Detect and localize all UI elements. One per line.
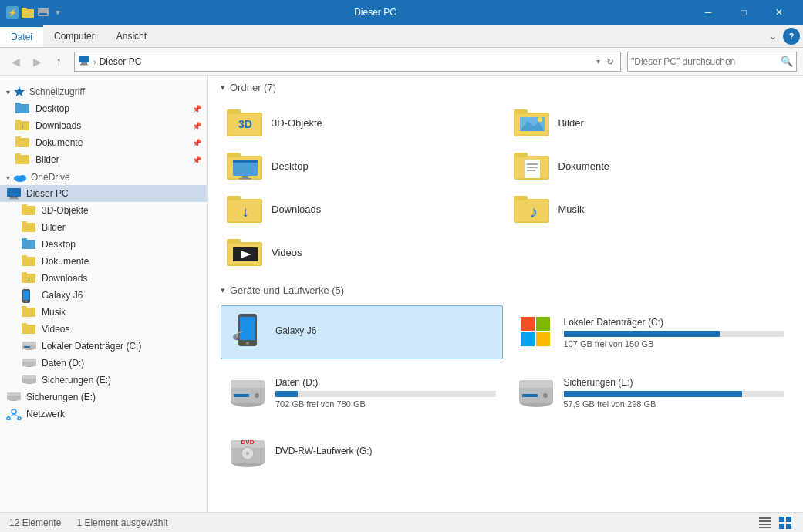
netzwerk-icon <box>6 408 22 420</box>
sidebar-item-downloads-qa[interactable]: ↓ Downloads 📌 <box>0 117 207 134</box>
sidebar-item-netzwerk[interactable]: Netzwerk <box>0 406 207 423</box>
folder-desktop[interactable]: Desktop <box>221 146 504 186</box>
svg-rect-44 <box>24 346 30 348</box>
laufwerk-d-label: Daten (D:) <box>42 358 84 369</box>
musik-label: Musik <box>42 307 66 318</box>
address-bar-pc-icon <box>78 55 90 68</box>
folder-dokumente[interactable]: Dokumente <box>508 146 791 186</box>
quick-access-header[interactable]: ▾ Schnellzugriff <box>0 82 207 100</box>
svg-rect-128 <box>786 524 791 529</box>
minimize-button[interactable]: ─ <box>690 0 726 25</box>
help-button[interactable]: ? <box>783 28 800 45</box>
sidebar-item-dieser-pc[interactable]: Dieser PC <box>0 185 207 202</box>
device-laufwerk-c[interactable]: Lokaler Datenträger (C:) 107 GB frei von… <box>509 305 791 359</box>
sidebar-item-desktop[interactable]: Desktop <box>0 236 207 253</box>
quick-access-icon: ⚡ <box>6 6 19 19</box>
folders-section-header[interactable]: ▾ Ordner (7) <box>221 82 791 93</box>
titlebar-icons: ⚡ ▾ <box>6 6 60 19</box>
sidebar-item-downloads[interactable]: ↓ Downloads <box>0 270 207 287</box>
svg-rect-108 <box>234 394 249 397</box>
ribbon: Datei Computer Ansicht ⌄ ? <box>0 25 803 48</box>
ribbon-expand-btn[interactable]: ⌄ <box>763 31 783 42</box>
laufwerk-d-progress-bg <box>275 391 496 397</box>
folder-bilder-label: Bilder <box>558 117 584 129</box>
sidebar-item-3dobjekte[interactable]: 3D-Objekte <box>0 202 207 219</box>
downloads-folder-icon-sm: ↓ <box>15 120 31 132</box>
tab-ansicht[interactable]: Ansicht <box>106 26 157 46</box>
sicherungen-e-label: Sicherungen (E:) <box>26 392 96 402</box>
back-button[interactable]: ◀ <box>6 52 25 71</box>
forward-button[interactable]: ▶ <box>28 52 46 71</box>
folders-section-arrow: ▾ <box>221 82 225 93</box>
tab-datei[interactable]: Datei <box>0 25 43 47</box>
svg-rect-75 <box>239 178 251 180</box>
folder-videos[interactable]: Videos <box>221 232 504 272</box>
sidebar-item-laufwerk-d[interactable]: Daten (D:) <box>0 355 207 372</box>
onedrive-header[interactable]: ▾ OneDrive <box>0 168 207 185</box>
close-button[interactable]: ✕ <box>761 0 797 25</box>
sicherungen-e-sub-icon <box>22 374 37 386</box>
device-sicherungen-e[interactable]: Sicherungen (E:) 57,9 GB frei von 298 GB <box>509 365 791 419</box>
window-controls: ─ □ ✕ <box>690 0 797 25</box>
svg-line-57 <box>8 414 14 417</box>
folders-section-label: Ordner (7) <box>230 82 276 93</box>
bilder-icon <box>22 221 37 234</box>
sidebar-item-laufwerk-c[interactable]: Lokaler Datenträger (C:) <box>0 338 207 355</box>
sidebar-item-videos[interactable]: Videos <box>0 321 207 338</box>
device-dvd[interactable]: DVD DVD-RW-Laufwerk (G:) <box>221 426 503 480</box>
tab-computer[interactable]: Computer <box>43 26 106 46</box>
folder-downloads[interactable]: ↓ Downloads <box>221 189 504 229</box>
sicherungen-e-info: Sicherungen (E:) 57,9 GB frei von 298 GB <box>564 377 784 409</box>
bilder-label: Bilder <box>42 222 66 233</box>
dokumente-folder-icon-sm <box>15 136 31 149</box>
search-input[interactable] <box>631 56 781 67</box>
svg-rect-124 <box>759 527 771 528</box>
address-dropdown-btn[interactable]: ▾ <box>593 57 603 66</box>
svg-point-68 <box>538 117 542 122</box>
folder-musik-icon: ♪ <box>514 194 551 224</box>
laufwerk-d-device-icon <box>228 372 268 412</box>
svg-rect-125 <box>779 517 784 522</box>
svg-rect-127 <box>779 524 784 529</box>
downloads-label: Downloads <box>42 273 87 284</box>
laufwerk-c-label: Lokaler Datenträger (C:) <box>42 341 141 352</box>
sidebar-item-sicherungen-e-sub[interactable]: Sicherungen (E:) <box>0 372 207 389</box>
svg-rect-6 <box>80 64 88 66</box>
svg-rect-43 <box>22 342 36 345</box>
devices-section-header[interactable]: ▾ Geräte und Laufwerke (5) <box>221 285 791 296</box>
folder-3dobjekte[interactable]: 3D 3D-Objekte <box>221 103 504 143</box>
sidebar-item-galaxy-j6[interactable]: Galaxy J6 <box>0 287 207 304</box>
sidebar-item-musik[interactable]: Musik <box>0 304 207 321</box>
device-galaxy-j6[interactable]: Galaxy J6 <box>221 305 503 359</box>
folder-bilder[interactable]: Bilder <box>508 103 791 143</box>
search-bar[interactable]: 🔍 <box>627 52 797 72</box>
sidebar-item-bilder[interactable]: Bilder <box>0 219 207 236</box>
sidebar-bilder-qa-label: Bilder <box>35 154 59 165</box>
up-button[interactable]: ↑ <box>49 52 68 71</box>
svg-point-19 <box>19 175 26 180</box>
sidebar-item-desktop-qa[interactable]: Desktop 📌 <box>0 100 207 117</box>
svg-rect-9 <box>15 103 21 106</box>
svg-rect-107 <box>231 380 265 388</box>
downloads-icon: ↓ <box>22 272 37 285</box>
folder-desktop-icon <box>227 150 264 181</box>
maximize-button[interactable]: □ <box>726 0 761 25</box>
view-tiles-button[interactable] <box>777 514 794 531</box>
dokumente-label: Dokumente <box>42 256 89 267</box>
view-details-button[interactable] <box>757 514 774 531</box>
device-laufwerk-d[interactable]: Daten (D:) 702 GB frei von 780 GB <box>221 365 503 419</box>
titlebar-title: Dieser PC <box>60 7 690 18</box>
svg-rect-20 <box>7 188 21 197</box>
cloud-icon <box>13 173 27 182</box>
sidebar-item-dokumente-qa[interactable]: Dokumente 📌 <box>0 134 207 151</box>
sidebar-item-bilder-qa[interactable]: Bilder 📌 <box>0 151 207 168</box>
3dobjekte-label: 3D-Objekte <box>42 205 89 216</box>
folder-musik[interactable]: ♪ Musik <box>508 189 791 229</box>
svg-text:↓: ↓ <box>21 123 24 130</box>
refresh-button[interactable]: ↻ <box>603 56 617 67</box>
sidebar-item-dokumente[interactable]: Dokumente <box>0 253 207 270</box>
svg-rect-101 <box>521 317 535 331</box>
sidebar-item-sicherungen-e[interactable]: Sicherungen (E:) <box>0 389 207 406</box>
sidebar-dokumente-label: Dokumente <box>35 137 83 148</box>
address-bar[interactable]: › Dieser PC ▾ ↻ <box>74 52 621 72</box>
